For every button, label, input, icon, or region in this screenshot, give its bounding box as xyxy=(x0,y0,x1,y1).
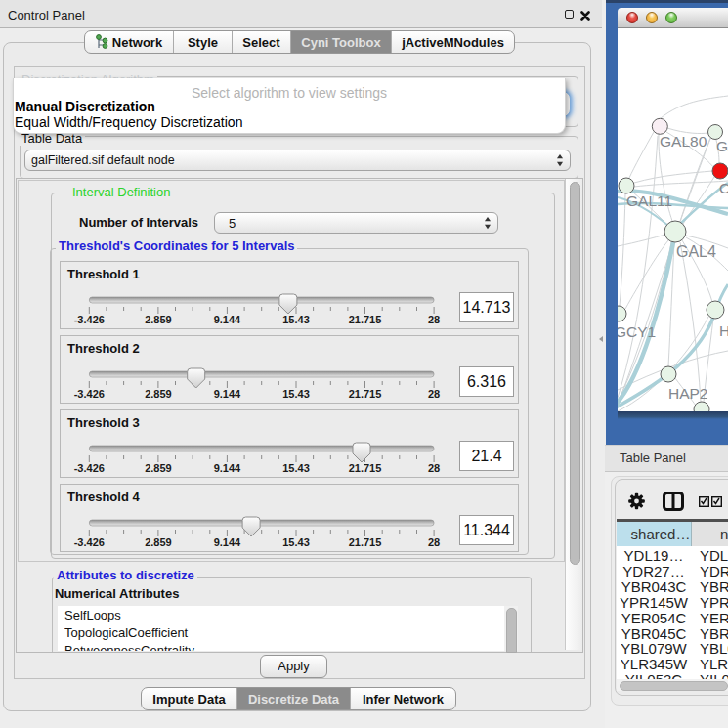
svg-text:21.715: 21.715 xyxy=(349,462,382,474)
svg-text:2.859: 2.859 xyxy=(145,536,172,548)
svg-text:28: 28 xyxy=(428,462,440,474)
svg-text:2.859: 2.859 xyxy=(145,462,172,474)
svg-text:21.715: 21.715 xyxy=(349,388,382,400)
svg-text:15.43: 15.43 xyxy=(282,536,310,548)
svg-text:HAP2: HAP2 xyxy=(668,385,708,402)
svg-text:9.144: 9.144 xyxy=(214,314,241,325)
svg-text:GAL80: GAL80 xyxy=(660,133,707,150)
svg-text:21.715: 21.715 xyxy=(349,536,382,548)
svg-text:GAL11: GAL11 xyxy=(626,193,672,209)
svg-text:9.144: 9.144 xyxy=(214,536,241,548)
svg-text:9.144: 9.144 xyxy=(214,388,241,400)
svg-text:GCY1: GCY1 xyxy=(618,323,656,340)
svg-text:GA: GA xyxy=(716,138,728,154)
svg-text:28: 28 xyxy=(428,536,440,548)
svg-text:2.859: 2.859 xyxy=(145,388,172,400)
svg-text:2.859: 2.859 xyxy=(145,314,172,325)
svg-text:-3.426: -3.426 xyxy=(74,536,105,548)
svg-text:9.144: 9.144 xyxy=(214,462,241,474)
svg-text:H: H xyxy=(719,322,728,339)
svg-text:-3.426: -3.426 xyxy=(74,314,105,325)
svg-text:GAL4: GAL4 xyxy=(676,243,716,260)
svg-text:28: 28 xyxy=(428,388,440,400)
svg-text:28: 28 xyxy=(428,314,440,325)
svg-text:15.43: 15.43 xyxy=(282,388,310,400)
svg-text:15.43: 15.43 xyxy=(282,462,310,474)
svg-text:21.715: 21.715 xyxy=(349,314,382,325)
svg-text:-3.426: -3.426 xyxy=(74,388,105,400)
svg-text:-3.426: -3.426 xyxy=(74,462,105,474)
svg-text:C: C xyxy=(719,180,728,196)
svg-text:15.43: 15.43 xyxy=(282,314,310,325)
